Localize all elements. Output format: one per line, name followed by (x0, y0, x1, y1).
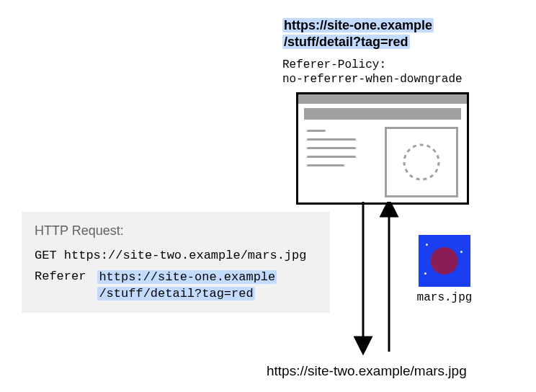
http-referer-value: https://site-one.example /stuff/detail?t… (97, 270, 277, 303)
http-request-title: HTTP Request: (35, 223, 317, 239)
browser-icon (296, 92, 469, 205)
resource-url-label: https://site-two.example/mars.jpg (267, 363, 467, 379)
browser-urlbar (304, 108, 461, 120)
page-url-line1: https://site-one.example (282, 18, 434, 32)
image-placeholder-icon (385, 127, 458, 197)
mars-image-icon (419, 235, 470, 287)
http-referer-row: Referer https://site-one.example /stuff/… (35, 270, 317, 303)
policy-line1: Referer-Policy: (282, 58, 386, 71)
browser-text-placeholder (307, 130, 356, 173)
diagram-stage: https://site-one.example /stuff/detail?t… (0, 0, 536, 392)
policy-line2: no-referrer-when-downgrade (282, 73, 463, 86)
browser-titlebar (298, 94, 467, 104)
svg-point-0 (404, 145, 439, 179)
browser-content (298, 124, 467, 130)
mars-image-caption: mars.jpg (411, 291, 478, 304)
page-url-line2: /stuff/detail?tag=red (282, 35, 410, 49)
http-request-box: HTTP Request: GET https://site-two.examp… (22, 212, 330, 313)
page-url-label: https://site-one.example /stuff/detail?t… (282, 17, 434, 51)
http-referer-label: Referer (35, 270, 86, 283)
request-response-arrows-icon (347, 202, 405, 357)
referrer-policy-label: Referer-Policy: no-referrer-when-downgra… (282, 58, 463, 86)
http-request-line: GET https://site-two.example/mars.jpg (35, 249, 317, 262)
http-referer-value-line1: https://site-one.example (97, 270, 277, 284)
http-referer-value-line2: /stuff/detail?tag=red (97, 287, 254, 300)
